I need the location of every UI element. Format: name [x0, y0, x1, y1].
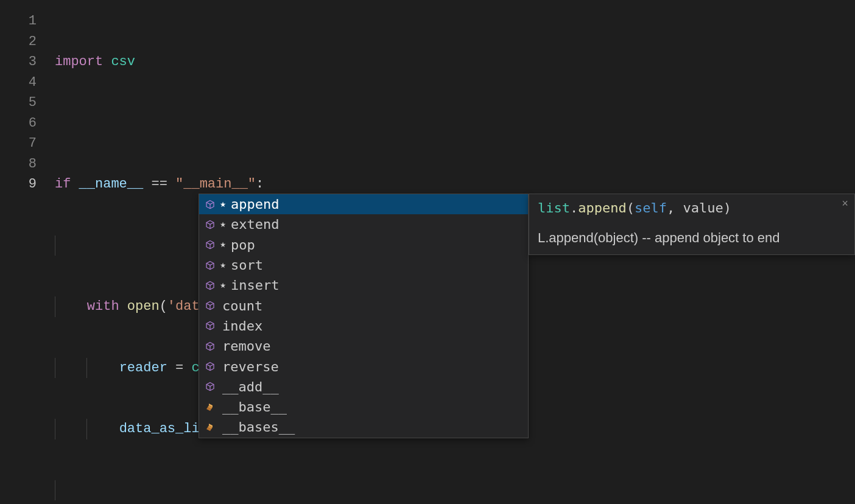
sig-rest: , value) [667, 200, 731, 215]
intellisense-popup[interactable]: ★append★extend★pop★sort★insertcountindex… [199, 194, 529, 438]
module-name: csv [111, 54, 135, 69]
line-number: 6 [0, 113, 37, 134]
method-cube-icon [205, 362, 215, 371]
sig-dot: . [570, 200, 578, 215]
suggestion-item[interactable]: ★pop [199, 235, 528, 255]
signature-text: list.append(self, value) [538, 200, 846, 215]
method-cube-icon [205, 240, 215, 250]
suggestion-item[interactable]: ★sort [199, 255, 528, 275]
method-cube-icon [205, 220, 215, 229]
suggestion-item[interactable]: remove [199, 336, 528, 356]
suggestion-item[interactable]: count [199, 295, 528, 315]
star-icon: ★ [219, 261, 227, 270]
method-cube-icon [205, 382, 215, 391]
suggestion-item[interactable]: ★insert [199, 275, 528, 295]
string-literal: "__main__" [175, 177, 256, 192]
code-line[interactable]: import csv [55, 52, 855, 72]
line-number-gutter: 1 2 3 4 5 6 7 8 9 [0, 11, 55, 504]
suggestion-item[interactable]: index [199, 316, 528, 336]
suggestion-label: append [231, 197, 279, 212]
method-cube-icon [205, 301, 215, 310]
code-line[interactable]: if __name__ == "__main__": [55, 174, 855, 195]
line-number: 1 [0, 11, 37, 32]
suggestion-label: __add__ [222, 379, 279, 394]
method-cube-icon [205, 341, 215, 351]
suggestion-item[interactable]: __bases__ [199, 417, 528, 437]
close-icon[interactable]: × [842, 198, 848, 210]
suggestion-item[interactable]: ★extend [199, 214, 528, 234]
suggestion-label: count [222, 298, 262, 313]
sig-paren: ( [627, 200, 635, 215]
dunder-name: __name__ [79, 177, 144, 192]
suggestion-label: sort [231, 257, 263, 273]
star-icon: ★ [219, 281, 227, 290]
field-icon [205, 422, 215, 432]
keyword-if: if [55, 177, 71, 192]
suggestion-label: remove [222, 338, 270, 354]
code-line[interactable] [55, 113, 855, 134]
suggestion-label: reverse [222, 359, 279, 374]
doc-description: L.append(object) -- append object to end [538, 230, 846, 246]
line-number: 5 [0, 93, 37, 113]
suggestion-item[interactable]: ★append [199, 194, 528, 214]
suggestion-label: __bases__ [222, 419, 295, 435]
fn-open: open [127, 299, 160, 314]
suggestion-label: pop [231, 237, 255, 253]
operator: == [151, 177, 167, 192]
method-cube-icon [205, 200, 215, 209]
paren: ( [160, 299, 167, 314]
line-number: 2 [0, 32, 37, 52]
suggestion-label: __base__ [222, 399, 287, 415]
sig-self: self [635, 200, 667, 215]
suggestion-item[interactable]: __base__ [199, 397, 528, 417]
method-cube-icon [205, 261, 215, 270]
suggestion-item[interactable]: __add__ [199, 377, 528, 397]
suggestion-label: insert [231, 278, 279, 293]
star-icon: ★ [219, 240, 227, 250]
line-number: 7 [0, 133, 37, 154]
sig-type: list [538, 200, 570, 215]
suggestion-label: extend [231, 217, 279, 232]
keyword-import: import [55, 54, 103, 69]
star-icon: ★ [219, 220, 227, 229]
var-reader: reader [119, 360, 167, 376]
line-number: 4 [0, 72, 37, 93]
suggestion-label: index [222, 318, 262, 334]
code-line[interactable] [55, 480, 855, 501]
suggestion-item[interactable]: reverse [199, 356, 528, 376]
signature-help-popup: × list.append(self, value) L.append(obje… [529, 194, 855, 255]
line-number: 9 [0, 174, 37, 195]
field-icon [205, 402, 215, 412]
sig-fn: append [578, 200, 626, 215]
method-cube-icon [205, 281, 215, 290]
method-cube-icon [205, 321, 215, 331]
star-icon: ★ [219, 200, 227, 209]
punct: : [256, 177, 264, 192]
line-number: 3 [0, 52, 37, 72]
keyword-with: with [87, 299, 119, 314]
line-number: 8 [0, 154, 37, 175]
operator: = [167, 360, 192, 376]
